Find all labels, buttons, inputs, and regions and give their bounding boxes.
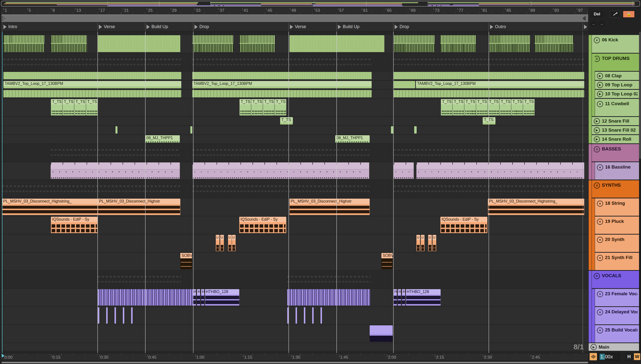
playback-speed-display[interactable]: 1.00x xyxy=(598,353,620,360)
play-unfold-icon[interactable]: ▶ xyxy=(594,136,600,142)
clip-synth[interactable]: U xyxy=(216,235,220,251)
track-lane-basses[interactable] xyxy=(2,144,588,162)
clip-clap[interactable] xyxy=(192,72,372,79)
fold-track-icon[interactable]: ▼ xyxy=(597,255,603,261)
zoom-width-button[interactable]: W xyxy=(634,353,640,360)
clip-pluck[interactable]: IQSounds - EdiP - Sy xyxy=(440,217,487,233)
clip-kick[interactable] xyxy=(192,35,233,52)
fold-track-icon[interactable]: ▼ xyxy=(597,200,603,207)
track-lane-cowbell[interactable]: T_TST_TST_TST_TST_TST_TST_TST_TST_TST_TS… xyxy=(2,99,588,116)
locator-outro[interactable]: Outro xyxy=(488,22,506,31)
track-lane-delayedvocal[interactable] xyxy=(2,307,588,324)
clip-femalevocal[interactable]: H xyxy=(398,289,401,306)
horizontal-scrollbar-thumb[interactable] xyxy=(2,362,588,363)
clip-synth[interactable]: U xyxy=(428,235,432,251)
clip-string[interactable]: PL_MSHV_03_Disconnect_Highstr xyxy=(98,199,180,215)
play-unfold-icon[interactable]: ▶ xyxy=(594,127,600,133)
clip-pluck[interactable]: IQSounds - EdiP - Sy xyxy=(239,217,286,233)
play-unfold-icon[interactable]: ▶ xyxy=(597,82,603,88)
track-lane-synths[interactable] xyxy=(2,180,588,198)
group-color-strip-basses[interactable] xyxy=(589,144,592,180)
fold-track-icon[interactable]: ▼ xyxy=(597,327,603,334)
play-unfold-icon[interactable]: ▶ xyxy=(597,91,603,97)
track-header-toploop[interactable]: ▶09 Top Loop xyxy=(595,81,639,89)
clip-synth[interactable]: U xyxy=(228,235,232,251)
track-lane-snarefill02[interactable] xyxy=(2,126,588,134)
clip-synth[interactable]: U xyxy=(232,235,236,251)
clip-string[interactable]: PL_MSHV_03_Disconnect_Highstring_ xyxy=(488,199,584,215)
clip-bassline[interactable] xyxy=(394,162,414,179)
clip-snarefill[interactable]: T_TS xyxy=(280,117,293,124)
track-lane-vocals[interactable] xyxy=(2,271,588,288)
clip-pluck[interactable]: IQSounds - EdiP - Sy xyxy=(51,217,98,233)
clip-snarefill02[interactable] xyxy=(414,126,417,134)
clip-vocals[interactable] xyxy=(98,271,181,288)
clip-cowbell[interactable]: T_TS xyxy=(240,99,251,116)
clip-cowbell[interactable]: T_TS xyxy=(263,99,274,116)
delete-button[interactable]: Del xyxy=(590,11,603,18)
clip-cowbell[interactable]: T_TS xyxy=(441,99,452,116)
clip-delayedvocal[interactable] xyxy=(312,307,314,324)
clip-cowbell[interactable]: T_TS xyxy=(511,99,523,116)
clip-synths[interactable] xyxy=(2,180,180,197)
track-header-topdrums[interactable]: ≡TOP DRUMS xyxy=(592,54,639,71)
clip-basses[interactable] xyxy=(192,144,370,161)
clip-femalevocal[interactable]: HTHBO_128 xyxy=(406,289,441,306)
clip-toploop02[interactable] xyxy=(192,90,372,97)
clip-delayedvocal[interactable] xyxy=(114,307,116,324)
beat-ruler[interactable]: 1591317212529333741454953576165697377818… xyxy=(2,7,588,14)
fold-track-icon[interactable]: ▼ xyxy=(597,309,603,315)
clip-snarefill02[interactable] xyxy=(116,126,118,134)
locator-verse[interactable]: Verse xyxy=(97,22,115,31)
track-lane-clap[interactable] xyxy=(2,72,588,80)
track-header-delayedvocal[interactable]: ▼24 Delayed Voc xyxy=(595,307,639,324)
clip-delayedvocal[interactable] xyxy=(296,307,297,324)
fold-track-icon[interactable]: ▼ xyxy=(597,237,603,243)
clip-kick[interactable] xyxy=(98,35,180,52)
clip-cowbell[interactable]: T_TS xyxy=(488,99,499,116)
track-header-clap[interactable]: ▶08 Clap xyxy=(595,72,639,80)
track-header-toploop02[interactable]: ▶10 Top Loop 02 xyxy=(595,90,639,98)
clip-femalevocal[interactable]: H xyxy=(402,289,405,306)
fold-track-icon[interactable]: ▼ xyxy=(594,37,600,43)
clip-delayedvocal[interactable] xyxy=(320,307,322,324)
clip-cowbell[interactable]: T_TS xyxy=(86,99,98,116)
group-unfold-icon[interactable]: ≡ xyxy=(594,182,600,188)
loop-scrub-bar[interactable] xyxy=(2,14,588,22)
clip-femalevocal[interactable] xyxy=(98,289,194,306)
clip-synth[interactable]: U xyxy=(220,235,224,251)
track-header-main[interactable]: ▶Main xyxy=(589,343,639,351)
clip-delayedvocal[interactable] xyxy=(123,307,124,324)
clip-topdrums[interactable] xyxy=(4,54,181,70)
locator-verse[interactable]: Verse xyxy=(288,22,306,31)
clip-femalevocal[interactable]: HTHBO_128 xyxy=(205,289,239,306)
locator-build-up[interactable]: Build Up xyxy=(336,22,360,31)
track-lane-snarefill[interactable]: T_TST_TS xyxy=(2,117,588,125)
group-unfold-icon[interactable]: ≡ xyxy=(594,146,600,152)
clip-delayedvocal[interactable] xyxy=(131,307,132,324)
clip-snarefill02[interactable] xyxy=(190,126,192,134)
clip-kick[interactable] xyxy=(4,35,44,52)
clip-string[interactable]: PL_MSHV_03_Disconnect_Highstr xyxy=(290,199,370,215)
track-header-femalevocal[interactable]: ▼23 Female Voca xyxy=(595,289,639,306)
clip-cowbell[interactable]: T_TS xyxy=(523,99,534,116)
clip-cowbell[interactable]: T_TS xyxy=(275,99,286,116)
clip-femalevocal[interactable]: H xyxy=(394,289,397,306)
clip-femalevocal[interactable]: H xyxy=(201,289,204,306)
track-header-basses[interactable]: ≡BASSES xyxy=(592,144,639,162)
vertical-scrollbar[interactable] xyxy=(639,32,641,353)
clip-bassline[interactable] xyxy=(416,162,584,179)
track-header-snarefill[interactable]: ▶12 Snare Fill xyxy=(592,117,639,125)
clip-cowbell[interactable]: T_TS xyxy=(452,99,464,116)
lock-envelopes-button[interactable]: 🔒 xyxy=(623,11,635,18)
track-lane-topdrums[interactable] xyxy=(2,54,588,71)
track-lane-string[interactable]: PL_MSHV_03_Disconnect_Highstring_PL_MSHV… xyxy=(2,198,588,216)
track-lane-pluck[interactable]: IQSounds - EdiP - SyIQSounds - EdiP - Sy… xyxy=(2,216,588,234)
track-header-pluck[interactable]: ▼19 Pluck xyxy=(595,216,639,234)
fold-track-icon[interactable]: ▼ xyxy=(597,291,603,297)
clip-kick[interactable] xyxy=(440,35,476,52)
clip-kick[interactable] xyxy=(240,35,275,52)
track-lane-buildvocals[interactable] xyxy=(2,325,588,342)
locator-marker-row[interactable]: IntroVerseBuild UpDropVerseBuild UpDropO… xyxy=(2,22,588,32)
clip-toploop[interactable]: TAMBV2_Top_Loop_17_130BPM xyxy=(4,81,181,88)
